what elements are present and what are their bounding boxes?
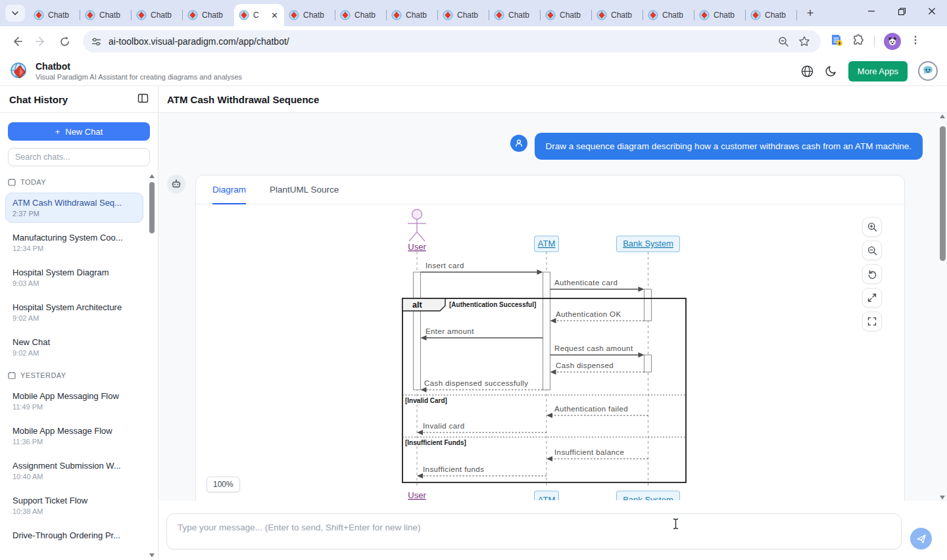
chat-item[interactable]: ATM Cash Withdrawal Seq... 2:37 PM xyxy=(5,193,143,223)
sidebar-scrollbar[interactable] xyxy=(148,174,156,557)
back-button[interactable] xyxy=(7,31,28,52)
section-label-today: TODAY xyxy=(8,178,143,186)
site-info-icon[interactable] xyxy=(91,36,102,47)
svg-text:[Invalid Card]: [Invalid Card] xyxy=(405,397,447,404)
tab-close-icon[interactable]: ✕ xyxy=(270,11,279,20)
vp-favicon-icon xyxy=(596,10,607,20)
browser-tab[interactable]: Chatb xyxy=(746,4,797,26)
zoom-in-button[interactable] xyxy=(862,217,882,237)
message-authenticate-card: Authenticate card xyxy=(550,279,644,292)
scrollbar-thumb[interactable] xyxy=(940,126,946,261)
vp-favicon-icon xyxy=(443,10,453,20)
browser-tab[interactable]: Chatb xyxy=(183,4,234,26)
chat-scrollbar[interactable] xyxy=(938,114,946,500)
chat-item[interactable]: Mobile App Message Flow 11:36 PM xyxy=(5,421,143,451)
svg-text:Invalid card: Invalid card xyxy=(423,422,465,430)
vp-favicon-icon xyxy=(85,10,95,20)
minimize-button[interactable] xyxy=(856,0,886,22)
browser-tab[interactable]: Chatb xyxy=(541,4,592,26)
svg-text:Authentication OK: Authentication OK xyxy=(556,310,621,318)
zoom-out-button[interactable] xyxy=(862,241,882,260)
new-tab-button[interactable]: + xyxy=(801,4,819,22)
tab-plantuml-source[interactable]: PlantUML Source xyxy=(270,175,339,204)
close-window-button[interactable] xyxy=(917,0,947,22)
chat-item[interactable]: Manufacturing System Coo... 12:34 PM xyxy=(5,227,143,258)
zoom-indicator-icon[interactable] xyxy=(775,33,792,50)
page-title: ATM Cash Withdrawal Sequence xyxy=(167,94,319,105)
new-chat-button[interactable]: +New Chat xyxy=(8,122,150,141)
diagram-canvas[interactable]: User ATM Bank System xyxy=(196,204,904,501)
dark-mode-moon-icon[interactable] xyxy=(825,64,838,78)
restore-button[interactable] xyxy=(886,0,917,22)
vp-favicon-icon xyxy=(494,10,504,20)
section-label-yesterday: YESTERDAY xyxy=(8,371,143,379)
vp-favicon-icon xyxy=(699,10,710,20)
send-button[interactable] xyxy=(910,528,932,549)
svg-text:Insufficient balance: Insufficient balance xyxy=(554,448,624,456)
chat-item[interactable]: Assignment Submission W... 10:40 AM xyxy=(5,455,143,486)
app-title: Chatbot xyxy=(36,61,242,73)
vp-favicon-icon xyxy=(545,10,556,20)
sidebar-header: Chat History xyxy=(0,86,158,113)
browser-tab[interactable]: Chatb xyxy=(438,4,489,26)
more-apps-button[interactable]: More Apps xyxy=(848,61,908,82)
bookmark-star-icon[interactable] xyxy=(796,33,813,50)
browser-tab[interactable]: Chatb xyxy=(80,4,132,26)
svg-text:Request cash amount: Request cash amount xyxy=(554,344,633,352)
chat-area: Draw a sequence diagram describing how a… xyxy=(158,113,947,501)
browser-tab[interactable]: Chatb xyxy=(387,4,438,26)
sidebar-collapse-icon[interactable] xyxy=(137,93,149,106)
browser-tab[interactable]: Chatb xyxy=(132,4,183,26)
profile-avatar[interactable] xyxy=(884,33,901,50)
extensions-puzzle-icon[interactable] xyxy=(852,34,865,49)
browser-tab[interactable]: Chatb xyxy=(489,4,541,26)
browser-toolbar: ai-toolbox.visual-paradigm.com/app/chatb… xyxy=(0,26,947,57)
main-panel: ATM Cash Withdrawal Sequence Draw a sequ… xyxy=(158,86,947,560)
search-chats-input[interactable] xyxy=(8,148,150,166)
svg-text:[Insufficient Funds]: [Insufficient Funds] xyxy=(405,439,466,446)
chat-item[interactable]: Support Ticket Flow 10:38 AM xyxy=(5,490,143,521)
scroll-down-arrow[interactable] xyxy=(940,496,945,500)
fullscreen-button[interactable] xyxy=(862,312,882,331)
reset-view-button[interactable] xyxy=(862,264,882,284)
url-text[interactable]: ai-toolbox.visual-paradigm.com/app/chatb… xyxy=(109,36,771,47)
chat-item[interactable]: Mobile App Messaging Flow 11:49 PM xyxy=(5,386,143,416)
expand-button[interactable] xyxy=(862,288,882,308)
browser-tab[interactable]: Chatb xyxy=(694,4,746,26)
reading-mode-icon[interactable] xyxy=(830,34,843,49)
browser-tab[interactable]: Chatb xyxy=(335,4,387,26)
message-invalid-card: Invalid card xyxy=(417,422,546,435)
scroll-up-arrow[interactable] xyxy=(149,174,155,178)
tab-search-button[interactable] xyxy=(5,5,25,22)
vp-favicon-icon xyxy=(289,10,299,20)
language-globe-icon[interactable] xyxy=(801,64,814,78)
forward-button[interactable] xyxy=(30,31,51,52)
vp-favicon-icon xyxy=(391,10,402,20)
user-message-bubble: Draw a sequence diagram describing how a… xyxy=(535,133,923,160)
browser-tab[interactable]: Chatb xyxy=(592,4,643,26)
address-bar[interactable]: ai-toolbox.visual-paradigm.com/app/chatb… xyxy=(83,30,821,53)
chat-item[interactable]: Hospital System Diagram 9:03 AM xyxy=(5,262,143,292)
vp-favicon-icon xyxy=(34,10,44,20)
reload-button[interactable] xyxy=(54,31,75,52)
message-insert-card: Insert card xyxy=(421,262,543,275)
tab-diagram[interactable]: Diagram xyxy=(212,175,246,204)
browser-tab-active[interactable]: C✕ xyxy=(234,4,284,26)
browser-tab[interactable]: Chatb xyxy=(284,4,335,26)
scrollbar-thumb[interactable] xyxy=(149,182,155,233)
svg-text:ATM: ATM xyxy=(538,239,555,248)
svg-text:Cash dispensed: Cash dispensed xyxy=(556,362,614,369)
svg-text:User: User xyxy=(408,242,426,252)
chat-item[interactable]: New Chat 9:02 AM xyxy=(5,332,143,362)
chat-item[interactable]: Hospital System Architecture 9:02 AM xyxy=(5,297,143,327)
browser-tab[interactable]: Chatb xyxy=(643,4,694,26)
scroll-down-arrow[interactable] xyxy=(149,553,155,557)
message-input[interactable] xyxy=(166,513,902,549)
vp-favicon-icon xyxy=(750,10,761,20)
scroll-up-arrow[interactable] xyxy=(940,114,945,118)
chat-item[interactable]: Drive-Through Ordering Pr... xyxy=(5,525,143,548)
browser-tab[interactable]: Chatb xyxy=(29,4,80,26)
chatbot-avatar-icon[interactable] xyxy=(918,61,938,81)
bot-avatar-icon xyxy=(167,175,185,193)
browser-menu-icon[interactable] xyxy=(910,35,921,48)
